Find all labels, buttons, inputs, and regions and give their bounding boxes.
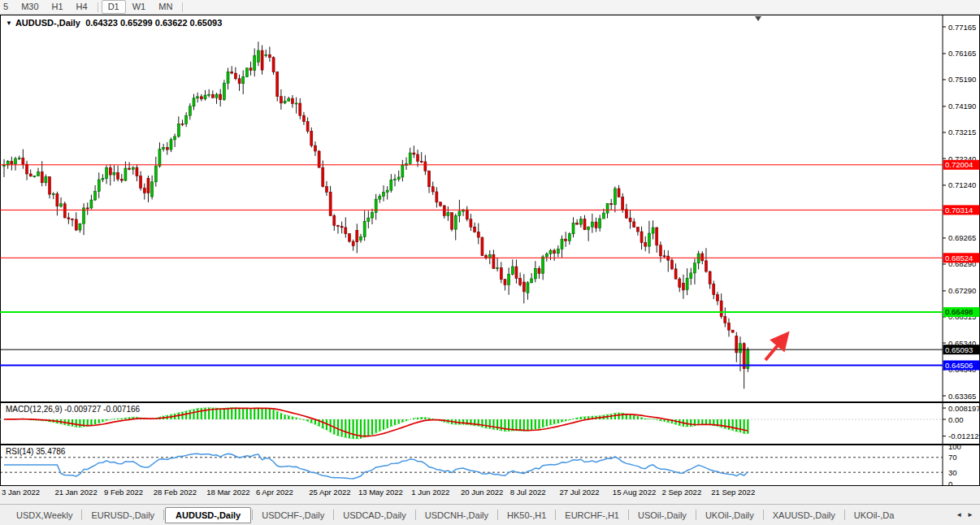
tab-ukoil-da[interactable]: UKOil-,Da [846,508,903,523]
tab-audusd-daily[interactable]: AUDUSD-,Daily [165,507,251,523]
rsi-tick: 30 [948,468,957,477]
price-tag-label: 0.70314 [945,206,973,215]
date-label: 21 Jan 2022 [54,488,97,497]
price-tick: 0.75190 [948,75,976,84]
price-tick: 0.67290 [948,286,976,295]
rsi-tick: 70 [948,453,957,462]
tab-separator [252,510,253,520]
rsi-tick: 100 [948,445,961,451]
tab-usoil-daily[interactable]: USOil-,Daily [630,508,695,523]
chart-title: ▼AUDUSD-,Daily 0.64323 0.65299 0.63622 0… [6,18,222,28]
tab-ukoil-daily[interactable]: UKOil-,Daily [697,508,762,523]
tab-separator [555,510,556,520]
price-tick: 0.77165 [948,23,976,32]
tab-separator [844,510,845,520]
tab-separator [415,510,416,520]
price-tag-label: 0.65093 [945,345,973,354]
rsi-tick: 0 [948,479,952,487]
date-label: 9 Feb 2022 [104,488,143,497]
macd-tick: 0.00 [948,415,964,424]
tab-usdx-weekly[interactable]: USDX,Weekly [8,508,80,523]
date-label: 6 Apr 2022 [256,488,293,497]
price-tick: 0.73215 [948,128,976,137]
macd-tick: 0.008197 [948,404,980,413]
tab-separator [163,510,164,520]
tab-separator [497,510,498,520]
tab-usdchf-daily[interactable]: USDCHF-,Daily [254,508,332,523]
price-tag-label: 0.68524 [945,254,973,262]
date-label: 28 Feb 2022 [154,488,197,497]
toolbar-separator [182,2,183,12]
time-axis[interactable]: 3 Jan 202221 Jan 20229 Feb 202228 Feb 20… [0,486,980,504]
macd-canvas[interactable]: 0.0081970.00-0.01212 [0,402,980,445]
timeframe-button-mn[interactable]: MN [152,0,179,14]
tab-xauusd-daily[interactable]: XAUUSD-,Daily [765,508,843,523]
timeframe-button-h1[interactable]: H1 [46,0,70,14]
rsi-label: RSI(14) 35.4786 [6,447,65,456]
macd-tick: -0.01212 [948,432,979,440]
price-tick: 0.76165 [948,49,976,58]
date-label: 8 Jul 2022 [510,488,546,497]
timeframe-button-h4[interactable]: H4 [70,0,94,14]
price-tick: 0.63365 [948,392,976,401]
date-label: 18 Mar 2022 [206,488,249,497]
tab-usdcad-daily[interactable]: USDCAD-,Daily [335,508,414,523]
date-label: 1 Jun 2022 [411,488,449,497]
tab-hk50-h1[interactable]: HK50-,H1 [499,508,554,523]
chart-frame [1,15,980,402]
macd-panel: 0.0081970.00-0.01212 MACD(12,26,9) -0.00… [0,402,980,445]
timeframe-button-m30[interactable]: M30 [15,0,45,14]
date-label: 13 May 2022 [358,488,403,497]
price-chart-canvas[interactable]: 0.771650.761650.751900.741900.732150.722… [0,15,980,402]
tab-scroll-right-icon[interactable]: ► [967,511,973,518]
price-tick: 0.71240 [948,180,976,189]
chart-title-symbol: AUDUSD-,Daily [15,18,80,28]
date-label: 2 Sep 2022 [662,488,702,497]
price-tag-label: 0.72004 [945,160,973,169]
date-label: 20 Jun 2022 [461,488,503,497]
timeframe-button-w1[interactable]: W1 [126,0,153,14]
macd-label: MACD(12,26,9) -0.009727 -0.007166 [6,405,140,414]
date-label: 3 Jan 2022 [2,488,40,497]
tab-separator [333,510,334,520]
rsi-panel: 10070300 RSI(14) 35.4786 [0,445,980,486]
date-label: 25 Apr 2022 [309,488,350,497]
tab-usdcnh-daily[interactable]: USDCNH-,Daily [417,508,497,523]
tab-scroll-left-icon[interactable]: ◄ [956,511,962,518]
timeframe-toolbar: 5M30H1H4D1W1MN [0,0,980,15]
tab-eurchf-h1[interactable]: EURCHF-,H1 [557,508,627,523]
date-label: 15 Aug 2022 [613,488,656,497]
price-chart-panel: 0.771650.761650.751900.741900.732150.722… [0,15,980,402]
symbol-dropdown-icon[interactable]: ▼ [6,20,12,27]
price-tick: 0.69265 [948,233,976,242]
symbol-tab-bar: USDX,WeeklyEURUSD-,DailyAUDUSD-,DailyUSD… [0,504,980,525]
price-tag-label: 0.64506 [945,361,973,370]
timeframe-button-5[interactable]: 5 [0,0,15,14]
toolbar-separator [98,2,98,12]
chart-title-ohlc: 0.64323 0.65299 0.63622 0.65093 [85,18,222,28]
timeframe-button-d1[interactable]: D1 [102,0,126,14]
price-tag-label: 0.66498 [945,307,973,316]
tab-eurusd-daily[interactable]: EURUSD-,Daily [83,508,163,523]
tab-separator [81,510,82,520]
date-label: 21 Sep 2022 [711,488,755,497]
rsi-canvas[interactable]: 10070300 [0,445,980,486]
tab-separator [696,510,696,520]
tab-separator [628,510,629,520]
tab-separator [763,510,764,520]
price-tick: 0.74190 [948,102,976,111]
date-label: 27 Jul 2022 [559,488,599,497]
